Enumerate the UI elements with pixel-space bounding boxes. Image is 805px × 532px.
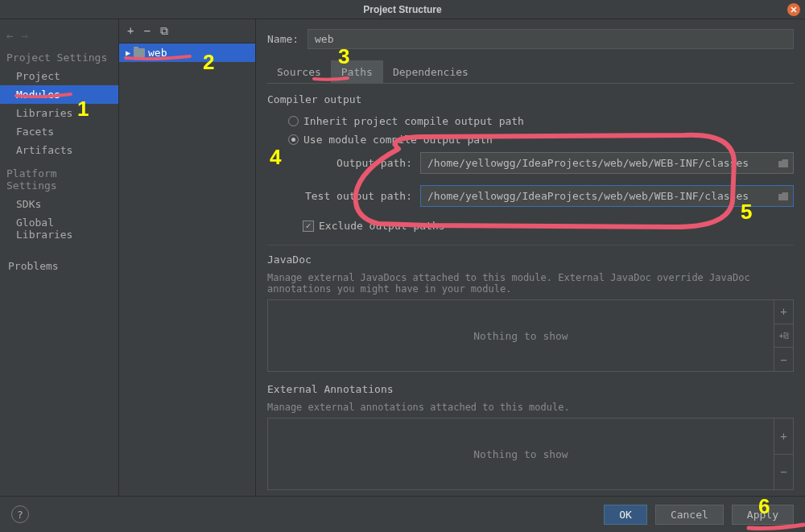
nav-sdks[interactable]: SDKs (0, 195, 118, 213)
name-row: Name: (267, 29, 794, 49)
button-group: OK Cancel Apply (604, 505, 794, 525)
javadoc-buttons: + +₪ − (774, 300, 793, 371)
module-name: web (148, 47, 167, 59)
close-button[interactable] (787, 3, 800, 16)
nav-back-icon[interactable]: ← (6, 29, 13, 42)
output-path-input[interactable] (421, 153, 774, 173)
section-platform-settings: Platform Settings (0, 164, 118, 195)
detail-panel: Name: Sources Paths Dependencies Compile… (256, 19, 805, 496)
javadoc-remove-icon[interactable]: − (774, 348, 793, 371)
nav-forward-icon[interactable]: → (21, 29, 27, 42)
extanno-desc: Manage external annotations attached to … (267, 402, 794, 413)
nav-problems[interactable]: Problems (0, 257, 118, 275)
test-output-path-label: Test output path: (267, 190, 412, 202)
module-toolbar: + − ⧉ (119, 19, 255, 43)
javadoc-list: Nothing to show + +₪ − (267, 299, 794, 372)
titlebar: Project Structure (0, 0, 805, 19)
remove-icon[interactable]: − (143, 24, 150, 38)
module-tree-item[interactable]: ▶ web (119, 43, 255, 62)
test-output-path-row: Test output path: (267, 182, 794, 210)
extanno-buttons: + − (774, 419, 793, 489)
left-nav-panel: ← → Project Settings Project Modules Lib… (0, 19, 119, 496)
tree-expand-icon[interactable]: ▶ (126, 48, 130, 57)
nav-artifacts[interactable]: Artifacts (0, 141, 118, 159)
copy-icon[interactable]: ⧉ (160, 24, 168, 38)
exclude-label: Exclude output paths (319, 220, 445, 232)
apply-button[interactable]: Apply (732, 505, 794, 525)
radio-module[interactable] (288, 134, 299, 145)
help-button[interactable]: ? (11, 505, 29, 523)
main-area: ← → Project Settings Project Modules Lib… (0, 19, 805, 496)
output-path-wrap (420, 152, 794, 174)
exclude-checkbox-row[interactable]: ✓ Exclude output paths (267, 215, 794, 237)
extanno-empty: Nothing to show (268, 419, 774, 489)
nav-project[interactable]: Project (0, 67, 118, 85)
javadoc-add-with-icon[interactable]: +₪ (774, 324, 793, 348)
extanno-remove-icon[interactable]: − (774, 455, 793, 490)
nav-modules[interactable]: Modules (0, 85, 118, 104)
extanno-list: Nothing to show + − (267, 418, 794, 490)
window-title: Project Structure (363, 4, 441, 15)
extanno-title: External Annotations (267, 383, 794, 395)
browse-output-icon[interactable] (774, 159, 793, 168)
tab-dependencies[interactable]: Dependencies (383, 60, 478, 83)
nav-arrows: ← → (0, 26, 118, 48)
radio-module-row[interactable]: Use module compile output path (267, 130, 794, 149)
javadoc-desc: Manage external JavaDocs attached to thi… (267, 272, 794, 295)
nav-facets[interactable]: Facets (0, 122, 118, 141)
bottom-bar: ? OK Cancel Apply (0, 496, 805, 532)
javadoc-empty: Nothing to show (268, 300, 774, 371)
javadoc-add-icon[interactable]: + (774, 300, 793, 324)
detail-tabs: Sources Paths Dependencies (267, 60, 794, 84)
radio-inherit-label: Inherit project compile output path (303, 115, 524, 127)
module-tree-panel: + − ⧉ ▶ web (119, 19, 256, 496)
cancel-button[interactable]: Cancel (655, 505, 724, 525)
exclude-checkbox[interactable]: ✓ (303, 221, 314, 232)
tab-paths[interactable]: Paths (331, 60, 383, 83)
browse-test-output-icon[interactable] (774, 192, 793, 201)
section-project-settings: Project Settings (0, 48, 118, 67)
output-path-row: Output path: (267, 149, 794, 177)
test-output-path-wrap (420, 185, 794, 207)
extanno-add-icon[interactable]: + (774, 419, 793, 455)
name-input[interactable] (308, 29, 794, 49)
javadoc-title: JavaDoc (267, 254, 794, 266)
nav-libraries[interactable]: Libraries (0, 104, 118, 122)
test-output-path-input[interactable] (421, 186, 774, 206)
compiler-output-title: Compiler output (267, 93, 794, 105)
ok-button[interactable]: OK (604, 505, 647, 525)
output-path-label: Output path: (267, 157, 412, 169)
folder-icon (134, 48, 145, 57)
tab-sources[interactable]: Sources (267, 60, 331, 83)
add-icon[interactable]: + (127, 24, 134, 38)
radio-inherit[interactable] (288, 116, 299, 126)
name-label: Name: (267, 33, 299, 45)
radio-module-label: Use module compile output path (303, 134, 493, 146)
radio-inherit-row[interactable]: Inherit project compile output path (267, 112, 794, 130)
nav-global-libraries[interactable]: Global Libraries (0, 213, 118, 244)
